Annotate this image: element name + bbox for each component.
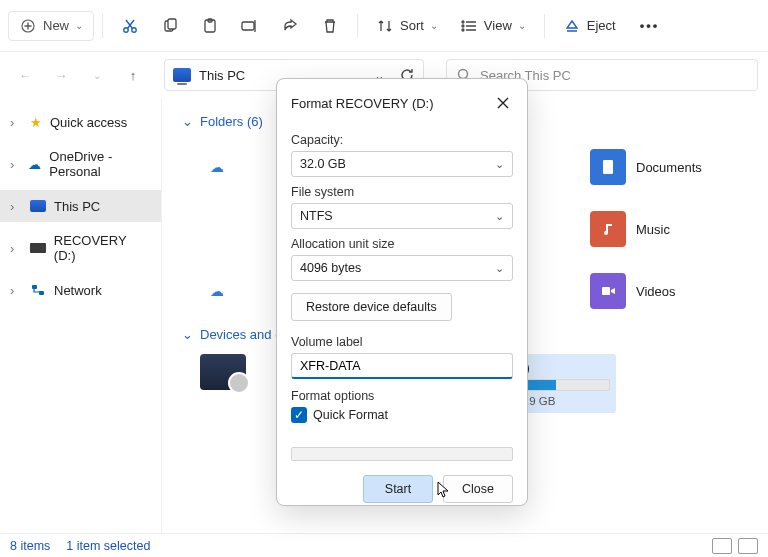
chevron-down-icon: ⌄ xyxy=(518,20,526,31)
separator xyxy=(102,14,103,38)
folder-label: Documents xyxy=(636,160,702,175)
forward-button[interactable]: → xyxy=(46,60,76,90)
dialog-title: Format RECOVERY (D:) xyxy=(291,96,434,111)
address-text: This PC xyxy=(199,68,245,83)
network-icon xyxy=(30,283,46,297)
ellipsis-icon: ••• xyxy=(640,18,660,33)
progress-bar xyxy=(291,447,513,461)
start-button[interactable]: Start xyxy=(363,475,433,503)
allocation-value: 4096 bytes xyxy=(300,261,361,275)
start-label: Start xyxy=(385,482,411,496)
chevron-down-icon: ⌄ xyxy=(75,20,83,31)
rename-button[interactable] xyxy=(231,11,269,41)
sort-label: Sort xyxy=(400,18,424,33)
view-thumb-button[interactable] xyxy=(738,538,758,554)
new-label: New xyxy=(43,18,69,33)
documents-icon xyxy=(590,149,626,185)
allocation-label: Allocation unit size xyxy=(291,237,513,251)
volume-label-label: Volume label xyxy=(291,335,513,349)
restore-label: Restore device defaults xyxy=(306,300,437,314)
sidebar-item-quick-access[interactable]: ›★Quick access xyxy=(0,106,161,138)
sidebar-item-onedrive[interactable]: ›☁OneDrive - Personal xyxy=(0,148,161,180)
share-button[interactable] xyxy=(271,11,309,41)
volume-label-input[interactable] xyxy=(291,353,513,379)
cloud-icon: ☁ xyxy=(28,157,41,172)
group-label: Folders (6) xyxy=(200,114,263,129)
view-icon xyxy=(460,17,478,35)
rename-icon xyxy=(241,17,259,35)
cloud-status-icon: ☁ xyxy=(210,159,230,175)
status-selected: 1 item selected xyxy=(66,539,150,553)
capacity-value: 32.0 GB xyxy=(300,157,346,171)
view-label: View xyxy=(484,18,512,33)
paste-button[interactable] xyxy=(191,11,229,41)
eject-label: Eject xyxy=(587,18,616,33)
sidebar-label: RECOVERY (D:) xyxy=(54,233,151,263)
sidebar-item-recovery[interactable]: ›RECOVERY (D:) xyxy=(0,232,161,264)
folder-label: Videos xyxy=(636,284,676,299)
chevron-down-icon: ⌄ xyxy=(495,158,504,171)
status-bar: 8 items 1 item selected xyxy=(0,533,768,557)
chevron-right-icon: › xyxy=(10,283,22,298)
close-dialog-button[interactable]: Close xyxy=(443,475,513,503)
filesystem-value: NTFS xyxy=(300,209,333,223)
format-options-label: Format options xyxy=(291,389,513,403)
folder-item-music[interactable]: Music xyxy=(590,211,670,247)
sidebar-label: Network xyxy=(54,283,102,298)
recent-button[interactable]: ⌄ xyxy=(82,60,112,90)
plus-icon xyxy=(19,17,37,35)
eject-button[interactable]: Eject xyxy=(553,11,626,41)
sidebar-label: OneDrive - Personal xyxy=(49,149,151,179)
cut-button[interactable] xyxy=(111,11,149,41)
drive-item-local[interactable] xyxy=(200,354,246,413)
back-button[interactable]: ← xyxy=(10,60,40,90)
paste-icon xyxy=(201,17,219,35)
copy-button[interactable] xyxy=(151,11,189,41)
music-icon xyxy=(590,211,626,247)
drive-icon xyxy=(30,243,46,253)
videos-icon xyxy=(590,273,626,309)
restore-defaults-button[interactable]: Restore device defaults xyxy=(291,293,452,321)
svg-point-9 xyxy=(462,25,464,27)
capacity-label: Capacity: xyxy=(291,133,513,147)
chevron-right-icon: › xyxy=(10,241,22,256)
view-details-button[interactable] xyxy=(712,538,732,554)
pc-icon xyxy=(173,68,191,82)
sort-button[interactable]: Sort ⌄ xyxy=(366,11,448,41)
chevron-down-icon: ⌄ xyxy=(430,20,438,31)
svg-rect-15 xyxy=(602,287,610,295)
chevron-right-icon: › xyxy=(10,157,20,172)
up-button[interactable]: ↑ xyxy=(118,60,148,90)
folder-item-documents[interactable]: Documents xyxy=(590,149,702,185)
sidebar-item-this-pc[interactable]: ›This PC xyxy=(0,190,161,222)
allocation-select[interactable]: 4096 bytes⌄ xyxy=(291,255,513,281)
chevron-right-icon: › xyxy=(10,199,22,214)
sidebar-item-network[interactable]: ›Network xyxy=(0,274,161,306)
quick-format-label: Quick Format xyxy=(313,408,388,422)
sidebar-label: Quick access xyxy=(50,115,127,130)
close-button[interactable] xyxy=(491,91,515,115)
sidebar: ›★Quick access ›☁OneDrive - Personal ›Th… xyxy=(0,98,162,534)
share-icon xyxy=(281,17,299,35)
capacity-select[interactable]: 32.0 GB⌄ xyxy=(291,151,513,177)
star-icon: ★ xyxy=(30,115,42,130)
format-dialog: Format RECOVERY (D:) Capacity: 32.0 GB⌄ … xyxy=(276,78,528,506)
trash-icon xyxy=(321,17,339,35)
folder-item-videos[interactable]: Videos xyxy=(590,273,676,309)
svg-rect-12 xyxy=(32,285,37,289)
sidebar-label: This PC xyxy=(54,199,100,214)
chevron-down-icon: ⌄ xyxy=(182,114,193,129)
eject-icon xyxy=(563,17,581,35)
new-button[interactable]: New ⌄ xyxy=(8,11,94,41)
cloud-status-icon: ☁ xyxy=(210,283,230,299)
view-button[interactable]: View ⌄ xyxy=(450,11,536,41)
chevron-down-icon: ⌄ xyxy=(495,262,504,275)
close-label: Close xyxy=(462,482,494,496)
delete-button[interactable] xyxy=(311,11,349,41)
more-button[interactable]: ••• xyxy=(630,12,670,39)
svg-point-11 xyxy=(459,69,468,78)
filesystem-label: File system xyxy=(291,185,513,199)
quick-format-checkbox[interactable]: ✓ xyxy=(291,407,307,423)
filesystem-select[interactable]: NTFS⌄ xyxy=(291,203,513,229)
svg-point-10 xyxy=(462,29,464,31)
